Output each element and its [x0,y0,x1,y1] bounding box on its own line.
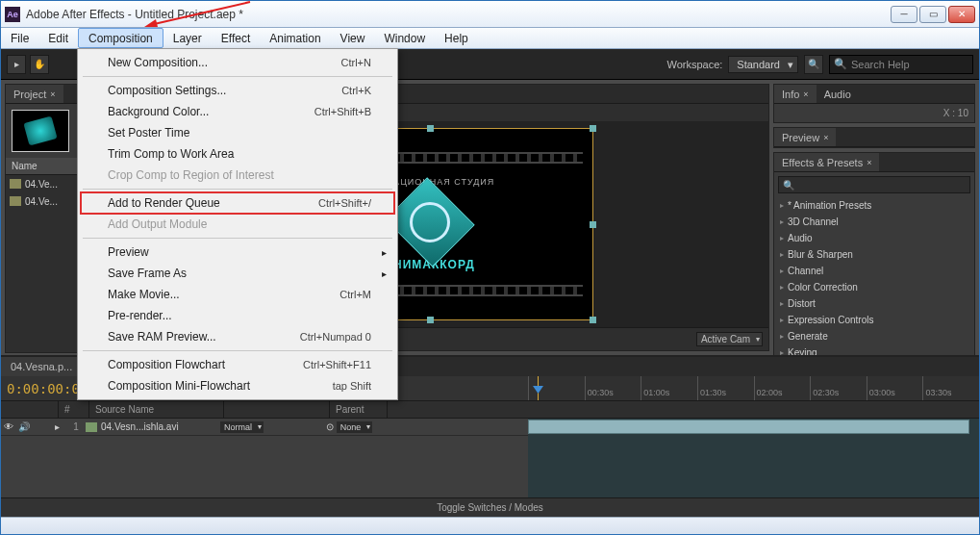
menu-item-trim-comp-to-work-area[interactable]: Trim Comp to Work Area [81,143,394,165]
blend-mode-dropdown[interactable]: Normal [220,421,264,433]
selection-tool-icon[interactable]: ▸ [7,55,26,74]
menu-item-composition-flowchart[interactable]: Composition FlowchartCtrl+Shift+F11 [81,354,394,375]
effects-tab-label: Effects & Presets [782,157,863,168]
menu-item-composition-mini-flowchart[interactable]: Composition Mini-Flowcharttap Shift [81,375,394,396]
menu-animation[interactable]: Animation [260,28,330,48]
hand-tool-icon[interactable]: ✋ [30,55,49,74]
workspace-selector: Workspace: Standard 🔍 🔍 Search Help [666,55,973,74]
workspace-label: Workspace: [666,59,722,70]
menu-item-set-poster-time[interactable]: Set Poster Time [81,122,394,143]
menu-item-label: Background Color... [108,105,209,118]
menu-item-background-color[interactable]: Background Color...Ctrl+Shift+B [81,101,394,122]
time-tick: 03:00s [867,376,923,400]
menu-item-label: Make Movie... [108,288,180,301]
menu-item-label: Composition Mini-Flowchart [108,379,250,393]
info-body: X : 10 [774,104,974,122]
workspace-search-icon[interactable]: 🔍 [804,55,823,74]
close-icon[interactable]: × [50,89,55,99]
source-name-header[interactable]: Source Name [89,401,224,418]
layer-name: 04.Vesn...ishla.avi [101,421,179,432]
window-buttons: ─ ▭ ✕ [891,6,975,23]
menu-window[interactable]: Window [374,28,435,48]
playhead[interactable] [538,376,539,400]
effects-category[interactable]: 3D Channel [774,214,974,230]
effects-category[interactable]: Color Correction [774,279,974,295]
timeline-track-area[interactable] [528,419,979,497]
effects-tab[interactable]: Effects & Presets× [774,153,879,171]
search-help-placeholder: Search Help [851,59,910,70]
menu-item-label: Preview [108,245,149,259]
menu-view[interactable]: View [331,28,375,48]
effects-category[interactable]: Generate [774,328,974,344]
menu-item-label: Add Output Module [108,217,207,231]
footage-icon [10,196,21,206]
app-icon: Ae [5,7,20,22]
menu-item-new-composition[interactable]: New Composition...Ctrl+N [81,52,394,73]
menu-item-label: Composition Flowchart [108,358,225,371]
search-help-input[interactable]: 🔍 Search Help [829,55,973,74]
project-name-header[interactable]: Name [6,158,81,175]
project-tab-label: Project [13,89,46,100]
menu-item-add-to-render-queue[interactable]: Add to Render QueueCtrl+Shift+/ [81,192,394,214]
menu-item-make-movie[interactable]: Make Movie...Ctrl+M [81,284,394,305]
project-list: Name 04.Ve... 04.Ve... [6,158,81,352]
effects-search-input[interactable]: 🔍 [778,176,970,193]
menu-edit[interactable]: Edit [38,28,78,48]
timeline-layer-row[interactable]: 👁 🔊 ▸ 1 04.Vesn...ishla.avi Normal ⊙ Non… [1,419,528,436]
menu-item-preview[interactable]: Preview [81,242,394,263]
menu-help[interactable]: Help [435,28,478,48]
project-item[interactable]: 04.Ve... [6,192,81,210]
effects-category[interactable]: * Animation Presets [774,197,974,214]
toggle-switches-button[interactable]: Toggle Switches / Modes [1,497,979,517]
minimize-button[interactable]: ─ [891,6,917,23]
workspace-dropdown[interactable]: Standard [728,56,798,73]
menu-item-label: Save Frame As [108,267,187,280]
menu-item-save-ram-preview[interactable]: Save RAM Preview...Ctrl+Numpad 0 [81,326,394,347]
menu-shortcut: Ctrl+Shift+B [314,106,371,117]
menu-item-label: Save RAM Preview... [108,330,216,344]
project-panel: Project × Name 04.Ve... 04.Ve... [5,84,82,353]
close-icon[interactable]: × [803,89,808,99]
menu-file[interactable]: File [1,28,38,48]
effects-category[interactable]: Distort [774,295,974,312]
parent-header[interactable]: Parent [330,401,388,418]
menu-item-save-frame-as[interactable]: Save Frame As [81,263,394,284]
annotation-arrow [144,0,260,33]
close-button[interactable]: ✕ [948,6,975,23]
transform-handle[interactable] [590,317,596,323]
preview-tab[interactable]: Preview× [774,128,836,146]
effects-category[interactable]: Audio [774,230,974,246]
effects-category[interactable]: Keying [774,344,974,355]
effects-category[interactable]: Expression Controls [774,312,974,328]
info-tab-label: Info [782,89,799,100]
menu-shortcut: Ctrl+Shift+F11 [303,359,371,370]
menu-separator [83,238,392,239]
effects-category[interactable]: Channel [774,263,974,279]
maximize-button[interactable]: ▭ [919,6,946,23]
effects-category[interactable]: Blur & Sharpen [774,246,974,263]
menu-item-label: Set Poster Time [108,126,189,140]
close-icon[interactable]: × [823,133,828,142]
menu-item-pre-render[interactable]: Pre-render... [81,305,394,326]
transform-handle[interactable] [590,221,596,228]
camera-dropdown[interactable]: Active Cam [696,332,763,346]
time-ruler[interactable]: 00:30s 01:00s 01:30s 02:00s 02:30s 03:00… [528,376,979,400]
project-tab[interactable]: Project × [6,85,63,103]
composition-menu-dropdown: New Composition...Ctrl+NComposition Sett… [77,48,398,400]
menu-item-composition-settings[interactable]: Composition Settings...Ctrl+K [81,80,394,101]
project-thumbnail[interactable] [12,110,69,152]
time-tick: 00:30s [585,376,641,400]
info-tab[interactable]: Info× [774,85,817,103]
timeline-timecode[interactable]: 0:00:00:00 [7,381,88,396]
parent-dropdown[interactable]: None [337,421,373,433]
visibility-toggle-icon[interactable]: 👁 [1,421,16,432]
close-icon[interactable]: × [867,158,871,167]
transform-handle[interactable] [590,125,596,132]
audio-tab[interactable]: Audio [817,85,859,103]
search-icon: 🔍 [834,58,847,70]
transform-handle[interactable] [427,125,434,132]
project-item[interactable]: 04.Ve... [6,175,81,192]
audio-toggle-icon[interactable]: 🔊 [16,421,32,432]
transform-handle[interactable] [427,317,434,323]
layer-duration-bar[interactable] [528,420,969,434]
